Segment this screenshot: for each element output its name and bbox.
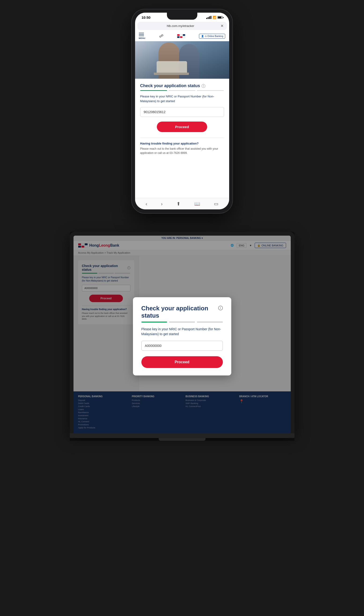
menu-line-1	[139, 33, 144, 33]
hero-image	[135, 41, 229, 79]
trouble-text: Please reach out to the bank officer tha…	[140, 147, 224, 155]
mobile-phone: 10:50 📶 hlb.com.my/etracker	[132, 9, 233, 213]
section-title: Check your application status i	[140, 83, 224, 88]
modal-progress-2	[169, 321, 195, 322]
back-button[interactable]: ‹	[146, 201, 147, 207]
modal-info-icon[interactable]: i	[218, 306, 223, 310]
trouble-heading: Having trouble finding your application?	[140, 142, 224, 145]
online-banking-button[interactable]: 👤 ⊙ Online Banking	[199, 34, 225, 39]
signal-bar-4	[210, 16, 211, 19]
laptop-silhouette	[156, 61, 187, 74]
online-banking-label: ⊙ Online Banking	[205, 35, 223, 38]
battery-icon	[218, 16, 223, 19]
progress-step-1	[140, 90, 167, 91]
progress-step-2	[169, 90, 195, 91]
battery-fill	[218, 17, 221, 18]
progress-step-3	[197, 90, 224, 91]
menu-line-2	[139, 34, 144, 35]
modal-proceed-button[interactable]: Proceed	[141, 356, 223, 368]
wifi-icon: 📶	[213, 16, 216, 19]
bookmarks-icon[interactable]: 📖	[194, 201, 200, 207]
modal-dialog: Check your application status i Please k…	[133, 297, 231, 375]
form-description: Please key in your NRIC or Passport Numb…	[140, 94, 224, 103]
modal-overlay: Check your application status i Please k…	[74, 236, 291, 433]
share-icon[interactable]: ⬆	[177, 201, 181, 207]
phone-notch	[167, 13, 197, 20]
progress-bar	[140, 90, 224, 91]
search-icon[interactable]: ☍	[159, 33, 163, 39]
desktop-main-content: Check your application status i Please k…	[74, 255, 291, 391]
modal-progress-1	[141, 321, 167, 322]
browser-bottom-bar: ‹ › ⬆ 📖 ▭	[135, 198, 229, 209]
modal-title-row: Check your application status i	[141, 305, 223, 319]
hlb-navigation: MENU ☍ 👤	[135, 31, 229, 41]
divider	[140, 138, 224, 138]
modal-progress-bar	[141, 321, 223, 322]
desktop-section: YOU ARE IN: PERSONAL BANKING ▾	[70, 232, 295, 441]
status-time: 10:50	[142, 15, 151, 19]
section-title-text: Check your application status	[140, 83, 200, 88]
menu-button[interactable]: MENU	[139, 33, 146, 39]
online-banking-icon: 👤	[201, 35, 204, 38]
nric-input[interactable]	[140, 107, 224, 117]
modal-progress-3	[197, 321, 223, 322]
modal-title-text: Check your application status	[141, 305, 216, 319]
modal-nric-input[interactable]	[141, 341, 223, 351]
laptop-screen: YOU ARE IN: PERSONAL BANKING ▾	[74, 236, 291, 433]
laptop-shell: YOU ARE IN: PERSONAL BANKING ▾	[70, 232, 295, 433]
info-icon[interactable]: i	[202, 84, 205, 88]
signal-bars-icon	[206, 16, 211, 19]
signal-bar-1	[206, 18, 207, 19]
phone-screen: 10:50 📶 hlb.com.my/etracker	[135, 13, 229, 209]
tabs-icon[interactable]: ▭	[214, 201, 218, 207]
status-icons: 📶	[206, 16, 223, 19]
browser-url: hlb.com.my/etracker	[141, 24, 221, 28]
modal-description: Please key in your NRIC or Passport Numb…	[141, 327, 223, 336]
menu-label: MENU	[139, 37, 146, 39]
browser-address-bar[interactable]: hlb.com.my/etracker ✕	[137, 22, 227, 30]
hlb-logo	[177, 34, 185, 38]
menu-line-3	[139, 36, 144, 36]
browser-close-button[interactable]: ✕	[221, 24, 223, 28]
proceed-button[interactable]: Proceed	[157, 121, 207, 132]
laptop-base-silhouette	[154, 73, 189, 75]
phone-shell: 10:50 📶 hlb.com.my/etracker	[132, 9, 233, 213]
signal-bar-3	[209, 16, 210, 19]
form-area: Check your application status i Please k…	[135, 79, 229, 198]
signal-bar-2	[208, 17, 208, 19]
forward-button[interactable]: ›	[161, 201, 163, 207]
